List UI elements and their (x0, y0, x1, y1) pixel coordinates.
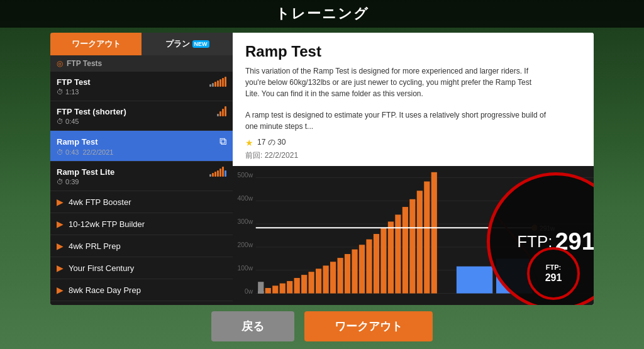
workout-meta: A ramp test is designed to estimate your… (233, 104, 594, 166)
svg-text:300w: 300w (237, 218, 253, 225)
rating-text: 17 の 30 (257, 137, 286, 148)
svg-rect-29 (374, 234, 379, 294)
play-icon: ▶ (57, 285, 64, 295)
plan-item-4wk-ftp-booster[interactable]: ▶ 4wk FTP Booster (50, 191, 233, 213)
stars-row: ★ 17 の 30 (245, 137, 581, 148)
svg-rect-34 (409, 199, 415, 294)
sidebar-list: ◎ FTP Tests FTP Test (50, 55, 233, 305)
list-item-ramp-test[interactable]: Ramp Test ⧉ ⏱ 0:43 22/2/2021 (50, 131, 233, 162)
svg-rect-31 (388, 221, 394, 293)
workout-description: This variation of the Ramp Test is desig… (245, 65, 547, 99)
tab-bar: ワークアウト プラン NEW (50, 33, 233, 55)
svg-rect-30 (380, 228, 386, 293)
svg-rect-23 (330, 262, 336, 293)
svg-rect-28 (366, 240, 372, 294)
list-item-ftp-test-shorter[interactable]: FTP Test (shorter) ⏱ 0:45 (50, 101, 233, 131)
svg-rect-18 (294, 278, 300, 294)
ftp-label-small: FTP: (546, 263, 561, 272)
workout-title: Ramp Test (245, 43, 581, 60)
svg-text:400w: 400w (237, 194, 253, 202)
svg-rect-32 (395, 214, 401, 293)
main-panel: ワークアウト プラン NEW ◎ FTP Tests FTP Test (50, 33, 594, 305)
svg-rect-33 (402, 207, 408, 294)
chart-area: 500w 400w 300w 200w 100w 0w (233, 166, 594, 305)
svg-rect-20 (309, 272, 314, 293)
list-item-top: Ramp Test ⧉ (57, 136, 226, 147)
section-ftp-tests: ◎ FTP Tests (50, 55, 233, 72)
copy-icon: ⧉ (219, 136, 226, 147)
svg-rect-25 (345, 254, 350, 294)
list-item-ftp-test[interactable]: FTP Test ⏱ 1:13 (50, 72, 233, 101)
svg-rect-39 (457, 267, 492, 294)
plan-item-10-12wk-ftp-builder[interactable]: ▶ 10-12wk FTP Builder (50, 213, 233, 235)
svg-rect-35 (417, 191, 423, 293)
play-icon: ▶ (57, 241, 64, 251)
play-icon: ▶ (57, 263, 64, 273)
svg-rect-17 (287, 281, 292, 294)
list-item-top: FTP Test (57, 77, 226, 87)
svg-rect-26 (352, 250, 357, 294)
section-icon: ◎ (57, 59, 63, 68)
page-title: トレーニング (275, 4, 369, 23)
svg-text:0w: 0w (245, 287, 253, 294)
svg-rect-38 (258, 282, 264, 293)
title-bar: トレーニング (0, 0, 644, 28)
new-badge: NEW (192, 40, 209, 48)
sidebar: ワークアウト プラン NEW ◎ FTP Tests FTP Test (50, 33, 233, 305)
tab-workout[interactable]: ワークアウト (50, 33, 142, 55)
mini-chart-1 (209, 77, 226, 87)
svg-text:100w: 100w (237, 263, 253, 271)
play-icon: ▶ (57, 197, 64, 207)
svg-rect-37 (431, 172, 437, 294)
section-label: FTP Tests (67, 59, 102, 68)
svg-text:200w: 200w (237, 241, 253, 248)
svg-text:500w: 500w (237, 171, 253, 179)
svg-rect-14 (265, 288, 271, 294)
list-item-top: FTP Test (shorter) (57, 106, 226, 116)
plan-item-your-first-century[interactable]: ▶ Your First Century (50, 257, 233, 279)
back-button[interactable]: 戻る (211, 311, 294, 341)
svg-rect-22 (323, 265, 329, 293)
list-item-top: Ramp Test Lite (57, 167, 226, 177)
svg-rect-19 (301, 275, 307, 293)
svg-rect-24 (337, 258, 343, 293)
last-date: 前回: 22/2/2021 (245, 150, 581, 161)
workout-header: Ramp Test This variation of the Ramp Tes… (233, 33, 594, 104)
svg-rect-27 (359, 245, 365, 293)
content-area: Ramp Test This variation of the Ramp Tes… (233, 33, 594, 305)
list-item-ramp-test-lite[interactable]: Ramp Test Lite ⏱ 0:39 (50, 162, 233, 191)
workout-desc-2: A ramp test is designed to estimate your… (245, 109, 547, 132)
svg-rect-16 (280, 284, 286, 294)
svg-rect-36 (424, 182, 430, 294)
mini-chart-3 (209, 167, 226, 177)
svg-rect-15 (272, 285, 278, 293)
star-icon: ★ (245, 138, 253, 148)
mini-chart-2 (217, 106, 226, 116)
play-icon: ▶ (57, 219, 64, 229)
tab-plan[interactable]: プラン NEW (142, 33, 233, 55)
ftp-value-small: 291 (545, 272, 562, 284)
ftp-small-circle: FTP: 291 (527, 247, 580, 300)
bottom-buttons: 戻る ワークアウト (211, 311, 433, 341)
plan-item-8wk-race-day-prep[interactable]: ▶ 8wk Race Day Prep (50, 279, 233, 301)
plan-item-baby-on-board[interactable]: ▶ Baby On Board (50, 301, 233, 305)
svg-rect-21 (316, 269, 321, 293)
plan-item-4wk-prl-prep[interactable]: ▶ 4wk PRL Prep (50, 235, 233, 257)
workout-button[interactable]: ワークアウト (304, 311, 433, 341)
